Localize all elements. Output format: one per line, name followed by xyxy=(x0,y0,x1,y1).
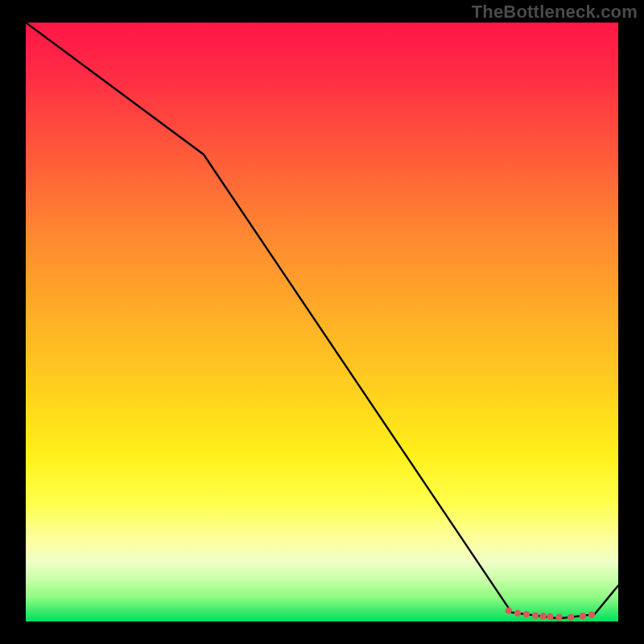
marker-point xyxy=(555,614,562,621)
marker-point xyxy=(588,612,595,618)
marker-point xyxy=(523,611,530,617)
series-curve xyxy=(26,23,618,618)
chart-svg xyxy=(26,23,618,621)
marker-point xyxy=(532,612,539,618)
chart-frame: TheBottleneck.com xyxy=(0,0,644,644)
plot-area xyxy=(26,23,618,621)
marker-point xyxy=(547,613,553,620)
marker-point xyxy=(580,613,586,619)
marker-point xyxy=(568,614,574,621)
marker-point xyxy=(539,613,546,619)
marker-cluster xyxy=(506,607,596,621)
marker-point xyxy=(514,609,521,616)
watermark-text: TheBottleneck.com xyxy=(472,2,638,23)
marker-point xyxy=(506,607,512,613)
